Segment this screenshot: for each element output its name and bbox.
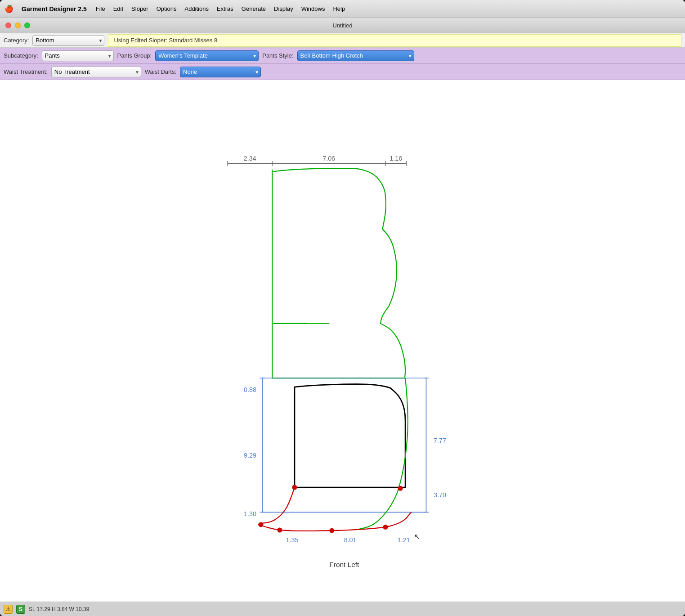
svg-text:1.21: 1.21 — [398, 536, 410, 544]
canvas-area[interactable]: 2.34 7.06 1.16 — [0, 80, 685, 602]
svg-text:Front Left: Front Left — [329, 561, 359, 568]
svg-point-30 — [277, 528, 282, 533]
toolbar-row-category: Category: Bottom ▼ Using Edited Sloper: … — [0, 33, 685, 48]
toolbar-row-waist: Waist Treatment: No Treatment ▼ Waist Da… — [0, 64, 685, 80]
menu-display[interactable]: Display — [274, 5, 293, 12]
svg-text:7.06: 7.06 — [322, 155, 335, 162]
svg-text:2.34: 2.34 — [244, 155, 256, 162]
close-button[interactable] — [5, 22, 11, 28]
pants-group-label: Pants Group: — [117, 52, 152, 59]
waist-treatment-label: Waist Treatment: — [4, 68, 48, 75]
svg-text:9.29: 9.29 — [244, 452, 256, 459]
titlebar: Untitled — [0, 18, 685, 33]
svg-text:0.88: 0.88 — [244, 386, 256, 393]
menu-help[interactable]: Help — [333, 5, 345, 12]
svg-text:3.70: 3.70 — [434, 491, 446, 499]
svg-text:1.35: 1.35 — [286, 536, 299, 544]
window-title: Untitled — [332, 22, 352, 29]
menu-windows[interactable]: Windows — [301, 5, 325, 12]
app-name: Garment Designer 2.5 — [22, 5, 87, 13]
svg-point-28 — [398, 486, 403, 491]
svg-point-29 — [258, 522, 263, 527]
waist-darts-dropdown-wrapper: None ▼ — [180, 67, 261, 77]
menu-sloper[interactable]: Sloper — [131, 5, 148, 12]
statusbar: ⚠ S SL 17.29 H 3.84 W 10.39 — [0, 602, 685, 616]
maximize-button[interactable] — [24, 22, 30, 28]
waist-treatment-dropdown-wrapper: No Treatment ▼ — [51, 67, 141, 77]
subcategory-dropdown-wrapper: Pants ▼ — [42, 50, 114, 61]
menu-extras[interactable]: Extras — [217, 5, 233, 12]
svg-text:1.30: 1.30 — [244, 510, 256, 517]
toolbar-row-subcategory: Subcategory: Pants ▼ Pants Group: Women'… — [0, 48, 685, 64]
subcategory-label: Subcategory: — [4, 52, 38, 59]
category-dropdown-wrapper: Bottom ▼ — [32, 35, 104, 46]
sloper-banner: Using Edited Sloper: Standard Misses 8 — [108, 34, 681, 47]
svg-point-27 — [292, 485, 297, 490]
pattern-svg: 2.34 7.06 1.16 — [0, 80, 685, 602]
subcategory-dropdown[interactable]: Pants — [42, 50, 114, 61]
waist-darts-label: Waist Darts: — [145, 68, 176, 75]
menu-options[interactable]: Options — [157, 5, 177, 12]
svg-text:7.77: 7.77 — [434, 437, 446, 444]
menu-edit[interactable]: Edit — [113, 5, 123, 12]
category-dropdown[interactable]: Bottom — [32, 35, 104, 46]
svg-text:1.16: 1.16 — [390, 155, 402, 162]
pants-style-dropdown[interactable]: Bell-Bottom High Crotch — [297, 50, 414, 61]
svg-point-31 — [329, 528, 334, 533]
apple-logo: 🍎 — [4, 4, 13, 13]
pants-style-label: Pants Style: — [262, 52, 293, 59]
category-label: Category: — [4, 37, 29, 44]
status-text: SL 17.29 H 3.84 W 10.39 — [29, 606, 89, 612]
minimize-button[interactable] — [15, 22, 21, 28]
menu-items: File Edit Sloper Options Additions Extra… — [96, 5, 345, 12]
menubar: 🍎 Garment Designer 2.5 File Edit Sloper … — [0, 0, 685, 18]
waist-darts-dropdown[interactable]: None — [180, 67, 261, 77]
waist-treatment-dropdown[interactable]: No Treatment — [51, 67, 141, 77]
main-window: 🍎 Garment Designer 2.5 File Edit Sloper … — [0, 0, 685, 616]
warning-icon: ⚠ — [4, 605, 13, 614]
pants-group-dropdown[interactable]: Women's Template — [155, 50, 259, 61]
svg-text:↖: ↖ — [414, 532, 421, 541]
pants-style-dropdown-wrapper: Bell-Bottom High Crotch ▼ — [297, 50, 414, 61]
menu-file[interactable]: File — [96, 5, 105, 12]
svg-text:8.01: 8.01 — [344, 536, 357, 544]
pants-group-dropdown-wrapper: Women's Template ▼ — [155, 50, 259, 61]
s-icon: S — [16, 605, 25, 614]
menu-generate[interactable]: Generate — [242, 5, 266, 12]
svg-point-32 — [383, 525, 388, 530]
menu-additions[interactable]: Additions — [184, 5, 208, 12]
window-controls — [5, 22, 30, 28]
